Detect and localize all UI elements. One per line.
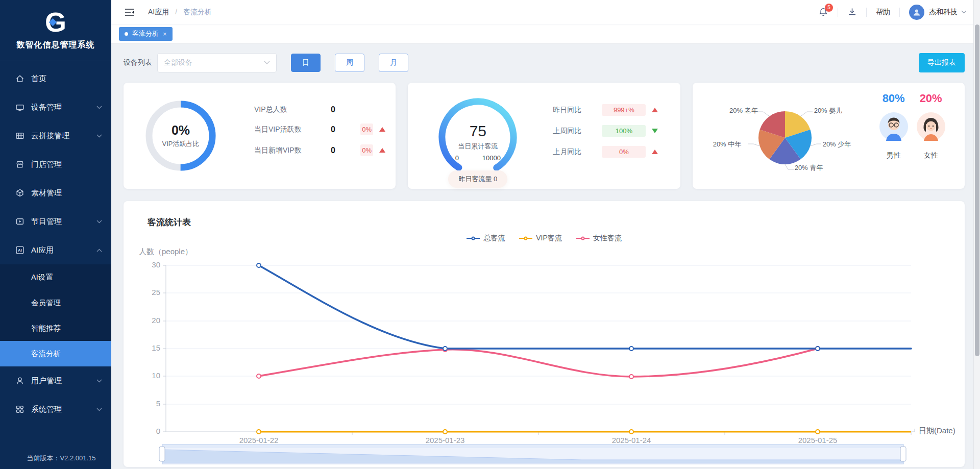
sidebar-item-users[interactable]: 用户管理: [0, 366, 111, 395]
trend-down-icon: [652, 129, 658, 133]
device-icon: [15, 103, 24, 112]
help-button[interactable]: 帮助: [876, 8, 890, 17]
range-month-button[interactable]: 月: [379, 54, 408, 72]
device-select[interactable]: 全部设备: [157, 53, 277, 72]
program-icon: [15, 217, 24, 226]
header-right: 5 帮助 杰和科技: [818, 5, 967, 20]
percent-badge: 999+%: [602, 104, 646, 116]
sidebar-item-label: 素材管理: [31, 188, 102, 198]
sidebar-subitem-members[interactable]: 会员管理: [0, 290, 111, 315]
trend-up-icon: [652, 108, 658, 112]
sidebar-collapse-icon[interactable]: [125, 8, 135, 16]
female-percent: 20%: [920, 92, 942, 105]
percent-badge: 0%: [360, 144, 373, 156]
sidebar-item-label: 用户管理: [31, 376, 96, 386]
stat-row: 上周同比 100%: [553, 125, 672, 137]
sidebar-item-label: 节目管理: [31, 217, 96, 227]
sidebar-item-stores[interactable]: 门店管理: [0, 150, 111, 179]
female-label: 女性: [913, 151, 949, 160]
stat-row: 当日VIP活跃数 0 0%: [254, 124, 385, 135]
sidebar-item-splicing[interactable]: 云拼接管理: [0, 121, 111, 150]
sidebar-menu: 首页 设备管理 云拼接管理 门店管理 素材管理: [0, 61, 111, 424]
y-axis-title: 人数（people）: [139, 247, 192, 257]
app-title: 数智化信息管理系统: [0, 40, 111, 54]
x-tick: 2025-01-24: [596, 436, 667, 445]
stat-row: 当日新增VIP数 0 0%: [254, 144, 385, 156]
range-day-button[interactable]: 日: [291, 54, 321, 72]
filter-row: 设备列表 全部设备 日 周 月 导出报表: [124, 53, 965, 72]
pie-label-middle-age: 20% 中年: [713, 140, 742, 149]
sidebar-subitem-flow-analysis[interactable]: 客流分析: [0, 341, 111, 366]
datazoom-handle-right[interactable]: [900, 447, 906, 461]
sidebar-item-devices[interactable]: 设备管理: [0, 93, 111, 121]
traffic-today-label: 当日累计客流: [434, 142, 521, 151]
datazoom-slider[interactable]: [159, 445, 906, 464]
device-select-value: 全部设备: [164, 58, 264, 67]
pie-label-young-adult: 20% 青年: [795, 163, 823, 172]
sidebar-item-materials[interactable]: 素材管理: [0, 179, 111, 207]
percent-badge: 0%: [602, 146, 646, 158]
sidebar-item-label: 系统管理: [31, 405, 96, 414]
datazoom-handle-left[interactable]: [159, 447, 165, 461]
tab-label: 客流分析: [132, 29, 159, 38]
chevron-down-icon: [96, 134, 102, 138]
y-tick: 10: [137, 371, 160, 380]
x-axis-title: 日期(Date): [919, 426, 955, 436]
sidebar-item-label: 会员管理: [31, 298, 102, 308]
female-avatar-icon: [917, 112, 945, 141]
notifications-button[interactable]: 5: [818, 7, 828, 17]
download-button[interactable]: [847, 7, 857, 17]
stat-label: 当日VIP活跃数: [254, 125, 331, 134]
stat-row: VIP总人数 0: [254, 105, 385, 114]
ai-submenu: AI设置 会员管理 智能推荐 客流分析: [0, 264, 111, 366]
sidebar-subitem-ai-settings[interactable]: AI设置: [0, 264, 111, 290]
percent-badge: 100%: [602, 125, 646, 137]
stat-label: 上周同比: [553, 127, 602, 136]
traffic-gauge-card: 75 当日累计客流 0 10000 昨日客流量 0 昨日同比 999+%: [408, 83, 680, 189]
breadcrumb-current: 客流分析: [183, 8, 212, 16]
y-tick: 5: [137, 399, 160, 408]
sidebar-item-ai-apps[interactable]: AI AI应用: [0, 236, 111, 264]
sidebar-item-label: 云拼接管理: [31, 131, 96, 141]
chevron-up-icon: [96, 249, 102, 252]
page-scrollbar: [973, 0, 980, 469]
pie-label-youth: 20% 少年: [823, 140, 851, 149]
stat-row: 上月同比 0%: [553, 146, 672, 158]
flow-statistics-card: 客流统计表 总客流 VIP客流 女性客流: [124, 201, 965, 467]
range-week-button[interactable]: 周: [335, 54, 364, 72]
material-icon: [15, 188, 24, 198]
vip-donut-chart: 0% VIP活跃占比: [142, 97, 219, 175]
stat-label: 当日新增VIP数: [254, 146, 331, 155]
chevron-down-icon: [96, 408, 102, 411]
male-percent: 80%: [883, 92, 905, 105]
avatar: [909, 5, 924, 20]
page-content: 设备列表 全部设备 日 周 月 导出报表 0%: [111, 44, 980, 467]
close-icon[interactable]: ×: [163, 30, 167, 38]
chevron-down-icon: [96, 379, 102, 383]
stat-value: 0: [331, 105, 360, 114]
sidebar-item-system[interactable]: 系统管理: [0, 395, 111, 424]
scrollbar-thumb[interactable]: [975, 24, 979, 356]
pie-label-elderly: 20% 老年: [703, 106, 758, 115]
stat-row: 昨日同比 999+%: [553, 104, 672, 116]
breadcrumb-section[interactable]: AI应用: [148, 8, 169, 16]
sidebar-item-label: 设备管理: [31, 103, 96, 112]
sidebar-item-label: 智能推荐: [31, 324, 102, 333]
user-menu[interactable]: 杰和科技: [909, 5, 967, 20]
vip-stats-card: 0% VIP活跃占比 VIP总人数 0 当日VIP活跃数 0 0%: [124, 83, 396, 189]
sidebar-item-label: AI应用: [31, 245, 96, 255]
stat-label: 昨日同比: [553, 106, 602, 115]
company-name: 杰和科技: [929, 8, 958, 17]
download-icon: [847, 7, 857, 17]
age-pie-chart: [754, 107, 816, 168]
sidebar-subitem-recommend[interactable]: 智能推荐: [0, 315, 111, 341]
stat-label: 上月同比: [553, 147, 602, 157]
export-report-button[interactable]: 导出报表: [919, 53, 965, 72]
female-stat-column: 20% 女性: [913, 92, 949, 160]
sidebar-item-home[interactable]: 首页: [0, 64, 111, 93]
tab-flow-analysis[interactable]: 客流分析 ×: [119, 27, 173, 41]
breadcrumb: AI应用 / 客流分析: [148, 8, 212, 17]
vip-active-ratio-label: VIP活跃占比: [162, 139, 200, 149]
top-header: AI应用 / 客流分析 5 帮助 杰和科技: [111, 0, 980, 24]
sidebar-item-programs[interactable]: 节目管理: [0, 207, 111, 236]
